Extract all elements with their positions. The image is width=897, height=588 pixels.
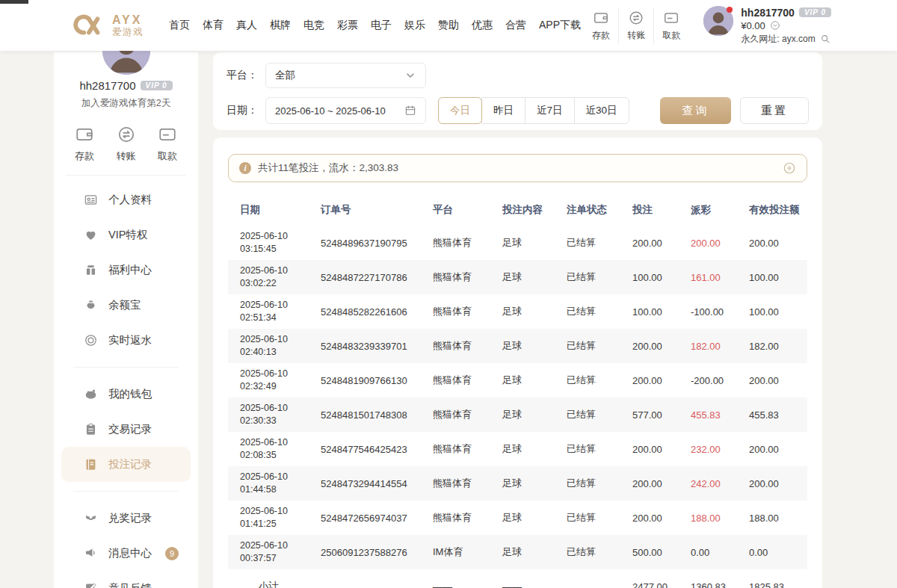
username: hh2817700 (741, 7, 795, 19)
range-button[interactable]: 近7日 (525, 97, 575, 124)
table-row: 2025-06-1000:37:57 2506091237588276 IM体育… (228, 535, 807, 569)
filter-panel: 平台： 全部 日期： 2025-06-10 ~ 2025-06-10 今日昨日近… (213, 52, 822, 130)
cell-bet: 200.00 (620, 226, 679, 260)
cell-content: 足球 (490, 260, 555, 294)
cell-valid: 100.00 (737, 294, 807, 329)
subtotal-platform: —— (421, 569, 490, 588)
logo-cn: 爱游戏 (112, 27, 144, 37)
transfer-button[interactable]: 转账 (618, 7, 653, 44)
divider (73, 491, 179, 492)
sidebar-item-vip[interactable]: VIP特权 (61, 217, 191, 253)
table-row: 2025-06-1003:02:22 5248487227170786 熊猫体育… (228, 260, 807, 294)
nav-link[interactable]: 棋牌 (270, 19, 291, 32)
nav-link[interactable]: 合营 (505, 19, 526, 32)
cell-order: 5248473294414554 (309, 466, 421, 501)
nav-link[interactable]: 彩票 (337, 19, 358, 32)
balance-dropdown-icon[interactable] (770, 20, 780, 31)
range-button[interactable]: 今日 (438, 97, 482, 124)
sidebar-item-yuebao[interactable]: 余额宝 (61, 288, 191, 323)
cell-order: 5248483239339701 (309, 329, 421, 363)
summary-banner: i 共计11笔投注，流水：2,303.83 (228, 154, 807, 182)
deposit-button[interactable]: 存款 (583, 7, 618, 44)
platform-select[interactable]: 全部 (265, 63, 426, 88)
cell-bet: 577.00 (620, 397, 679, 432)
purse-icon (84, 298, 98, 312)
nav-link[interactable]: 体育 (203, 19, 224, 32)
user-menu[interactable]: hh2817700 VIP 0 ¥0.00 永久网址: ayx.com (703, 6, 831, 46)
cell-status: 已结算 (555, 432, 620, 466)
cell-order: 2506091237588276 (309, 535, 421, 569)
search-button[interactable]: 查询 (660, 97, 731, 124)
withdraw-icon (158, 125, 177, 144)
sidebar-item-messages[interactable]: 消息中心 9 (61, 536, 191, 571)
note-icon (84, 581, 98, 588)
reset-button[interactable]: 重置 (740, 97, 809, 124)
clipboard-icon (84, 422, 98, 436)
cell-bet: 500.00 (620, 535, 679, 569)
cell-payout: 242.00 (679, 466, 737, 501)
username: hh2817700 (79, 79, 135, 92)
column-header: 派彩 (679, 194, 737, 226)
cell-valid: 188.00 (737, 501, 807, 535)
id-card-icon (84, 193, 98, 207)
nav-link[interactable]: 真人 (236, 19, 257, 32)
cell-content: 足球 (490, 226, 555, 260)
gift-icon (84, 263, 98, 277)
balance: ¥0.00 (741, 20, 765, 31)
cell-bet: 100.00 (620, 294, 679, 329)
sidebar-item-welfare[interactable]: 福利中心 (61, 253, 191, 288)
nav-link[interactable]: 电子 (371, 19, 392, 32)
cell-platform: 熊猫体育 (421, 397, 490, 432)
cell-order: 5248487227170786 (309, 260, 421, 294)
cell-content: 足球 (490, 294, 555, 329)
sidebar-item-bets[interactable]: 投注记录 (61, 447, 191, 482)
cell-valid: 200.00 (737, 363, 807, 397)
cell-platform: 熊猫体育 (421, 501, 490, 535)
calendar-icon (404, 105, 416, 117)
nav-link[interactable]: 赞助 (438, 19, 459, 32)
column-header: 平台 (421, 194, 490, 226)
cell-date: 2025-06-1002:32:49 (228, 363, 309, 397)
cell-platform: 熊猫体育 (421, 466, 490, 501)
quick-range-group: 今日昨日近7日近30日 (438, 97, 629, 124)
permanent-url: 永久网址: ayx.com (741, 33, 815, 46)
avatar[interactable] (703, 6, 733, 36)
sidebar-item-profile[interactable]: 个人资料 (61, 182, 191, 217)
nav-link[interactable]: 优惠 (472, 19, 493, 32)
search-icon[interactable] (820, 34, 830, 44)
transfer-button[interactable]: 转账 (117, 125, 136, 163)
cell-order: 5248477546425423 (309, 432, 421, 466)
table-row: 2025-06-1002:30:33 5248481501748308 熊猫体育… (228, 397, 807, 432)
cell-content: 足球 (490, 501, 555, 535)
range-button[interactable]: 近30日 (574, 97, 629, 124)
cell-valid: 455.83 (737, 397, 807, 432)
expand-circle-icon[interactable] (783, 161, 796, 175)
cell-status: 已结算 (555, 226, 620, 260)
date-range-input[interactable]: 2025-06-10 ~ 2025-06-10 (265, 97, 426, 124)
withdraw-button[interactable]: 取款 (158, 125, 177, 163)
piggy-icon (84, 387, 98, 401)
sidebar-item-prizes[interactable]: 兑奖记录 (61, 501, 191, 536)
vip-heart-icon (84, 228, 98, 242)
cell-bet: 200.00 (620, 432, 679, 466)
sidebar-menu: 个人资料 VIP特权 福利中心 余额宝 实时返水 我的钱包 (54, 176, 198, 588)
cell-valid: 100.00 (737, 260, 807, 294)
sidebar: hh2817700 VIP 0 加入爱游戏体育第2天 存款 转账 取款 个人资料… (54, 52, 198, 588)
nav-link[interactable]: APP下载 (539, 19, 581, 32)
site-logo[interactable]: AYX 爱游戏 (71, 13, 144, 38)
table-row: 2025-06-1001:41:25 5248472656974037 熊猫体育… (228, 501, 807, 535)
sidebar-item-transactions[interactable]: 交易记录 (61, 412, 191, 447)
sidebar-item-feedback[interactable]: 意见反馈 (61, 571, 191, 588)
sidebar-item-wallet[interactable]: 我的钱包 (61, 377, 191, 412)
cell-status: 已结算 (555, 501, 620, 535)
nav-link[interactable]: 首页 (169, 19, 190, 32)
deposit-icon (75, 125, 94, 144)
deposit-button[interactable]: 存款 (75, 125, 94, 163)
subtotal-row: 小计 —— —— 2477.00 1360.83 1825.83 (228, 569, 807, 588)
range-button[interactable]: 昨日 (481, 97, 525, 124)
nav-link[interactable]: 娱乐 (404, 19, 425, 32)
deposit-icon (593, 10, 609, 26)
withdraw-button[interactable]: 取款 (653, 7, 688, 44)
sidebar-item-rebate[interactable]: 实时返水 (61, 323, 191, 358)
nav-link[interactable]: 电竞 (303, 19, 324, 32)
